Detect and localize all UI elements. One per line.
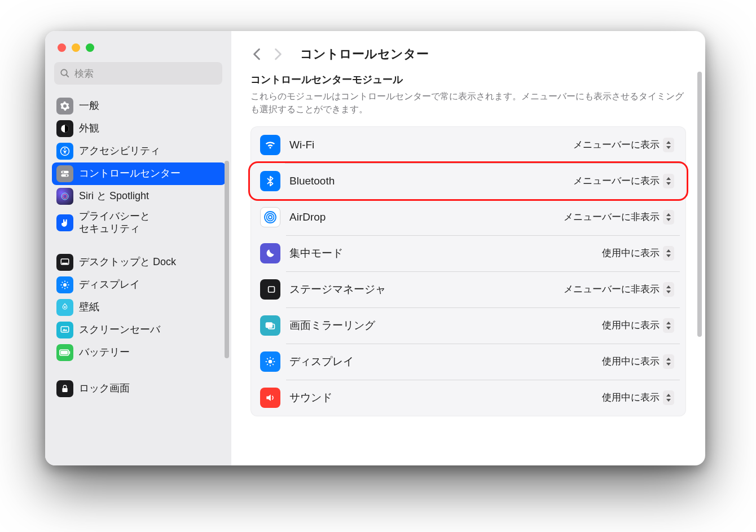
forward-button[interactable] [270, 46, 287, 63]
svg-point-10 [63, 194, 67, 199]
svg-line-54 [267, 358, 268, 359]
close-window-button[interactable] [58, 43, 66, 52]
module-list: Wi-Fi メニューバーに表示 Bluetooth メニューバーに表示 [250, 126, 686, 416]
sidebar-item-wallpaper[interactable]: 壁紙 [52, 296, 226, 319]
module-value-popup[interactable]: 使用中に表示 [596, 353, 676, 370]
sidebar-item-label: ディスプレイ [79, 279, 140, 291]
module-value: メニューバーに非表示 [564, 210, 660, 223]
svg-marker-29 [666, 146, 671, 149]
sidebar-item-label: コントロールセンター [79, 168, 181, 180]
module-value: 使用中に表示 [602, 355, 660, 368]
svg-rect-26 [69, 351, 71, 354]
search-icon [60, 68, 70, 78]
svg-marker-37 [666, 249, 671, 252]
svg-rect-23 [61, 327, 69, 332]
zoom-window-button[interactable] [86, 43, 94, 52]
sound-icon [260, 388, 280, 408]
sidebar-item-label: バッテリー [79, 346, 130, 359]
svg-marker-59 [666, 363, 671, 366]
sidebar-item-label: アクセシビリティ [79, 145, 160, 157]
module-label: ステージマネージャ [289, 282, 549, 297]
sidebar-item-appearance[interactable]: 外観 [52, 117, 226, 140]
sidebar-nav: 一般 外観 アクセシビリティ [45, 93, 231, 465]
siri-icon [56, 188, 73, 205]
module-row-airdrop: AirDrop メニューバーに非表示 [251, 199, 685, 235]
svg-marker-43 [666, 285, 671, 288]
display-icon [56, 276, 73, 293]
bluetooth-icon [260, 171, 280, 191]
svg-marker-48 [666, 327, 671, 329]
svg-rect-45 [266, 323, 272, 327]
window-controls [45, 41, 231, 62]
svg-marker-58 [666, 358, 671, 360]
accessibility-icon [56, 143, 73, 160]
search-placeholder: 検索 [74, 67, 94, 80]
svg-marker-28 [666, 141, 671, 144]
module-value-popup[interactable]: メニューバーに表示 [568, 173, 676, 190]
svg-marker-47 [666, 322, 671, 324]
sidebar-scrollbar[interactable] [225, 161, 229, 358]
module-value-popup[interactable]: 使用中に表示 [596, 389, 676, 406]
module-value-popup[interactable]: メニューバーに非表示 [558, 281, 676, 298]
sidebar-item-siri[interactable]: Siri と Spotlight [52, 185, 226, 208]
svg-point-0 [61, 69, 67, 76]
module-label: 集中モード [289, 246, 587, 261]
sidebar-item-display[interactable]: ディスプレイ [52, 274, 226, 296]
svg-rect-6 [61, 174, 69, 177]
section-description: これらのモジュールはコントロールセンターで常に表示されます。メニューバーにも表示… [250, 90, 686, 116]
svg-marker-38 [666, 254, 671, 257]
stepper-icon [663, 318, 674, 333]
module-value: 使用中に表示 [602, 391, 660, 404]
sidebar-item-desktop-dock[interactable]: デスクトップと Dock [52, 251, 226, 274]
sidebar-item-screensaver[interactable]: スクリーンセーバ [52, 319, 226, 341]
sidebar-item-label: プライバシーと セキュリティ [79, 210, 150, 235]
module-value-popup[interactable]: メニューバーに非表示 [558, 209, 676, 226]
svg-marker-44 [666, 291, 671, 293]
module-value-popup[interactable]: メニューバーに表示 [568, 137, 676, 153]
sidebar-item-accessibility[interactable]: アクセシビリティ [52, 140, 226, 162]
main-header: コントロールセンター [231, 31, 705, 73]
svg-line-56 [267, 364, 268, 365]
module-label: 画面ミラーリング [289, 318, 587, 333]
brightness-icon [260, 351, 280, 372]
sidebar-item-control-center[interactable]: コントロールセンター [52, 162, 226, 185]
section-title: コントロールセンターモジュール [250, 73, 686, 86]
main-scrollbar[interactable] [697, 72, 702, 337]
stage-manager-icon [260, 279, 280, 300]
svg-point-22 [64, 306, 66, 308]
sidebar-item-battery[interactable]: バッテリー [52, 341, 226, 364]
module-row-screen-mirroring: 画面ミラーリング 使用中に表示 [251, 307, 685, 344]
sidebar-item-privacy[interactable]: プライバシーと セキュリティ [52, 208, 226, 238]
svg-rect-27 [62, 388, 67, 392]
page-title: コントロールセンター [300, 46, 429, 63]
svg-point-49 [269, 359, 272, 363]
search-input[interactable]: 検索 [54, 62, 222, 85]
svg-rect-39 [269, 287, 275, 292]
sidebar-item-lock-screen[interactable]: ロック画面 [52, 377, 226, 400]
back-button[interactable] [248, 46, 265, 63]
desktop-dock-icon [56, 254, 73, 271]
control-center-icon [56, 165, 73, 182]
main-panel: コントロールセンター コントロールセンターモジュール これらのモジュールはコント… [231, 31, 705, 465]
module-value-popup[interactable]: 使用中に表示 [596, 317, 676, 334]
module-value-popup[interactable]: 使用中に表示 [596, 245, 676, 262]
module-row-sound: サウンド 使用中に表示 [251, 380, 685, 416]
svg-rect-12 [63, 263, 68, 265]
svg-line-1 [66, 74, 69, 77]
module-row-stage-manager: ステージマネージャ メニューバーに非表示 [251, 271, 685, 307]
minimize-window-button[interactable] [72, 43, 80, 52]
svg-point-33 [267, 213, 274, 221]
sidebar: 検索 一般 外観 [45, 31, 231, 465]
sidebar-item-label: Siri と Spotlight [79, 190, 149, 203]
svg-marker-30 [666, 177, 671, 180]
svg-rect-5 [61, 171, 69, 174]
svg-rect-25 [61, 351, 68, 355]
module-value: 使用中に表示 [602, 247, 660, 260]
svg-line-55 [272, 364, 274, 365]
svg-marker-31 [666, 182, 671, 185]
sidebar-item-general[interactable]: 一般 [52, 95, 226, 117]
svg-marker-35 [666, 213, 671, 216]
main-body: コントロールセンターモジュール これらのモジュールはコントロールセンターで常に表… [231, 73, 705, 465]
sidebar-item-label: ロック画面 [79, 382, 130, 395]
module-label: AirDrop [289, 211, 549, 223]
